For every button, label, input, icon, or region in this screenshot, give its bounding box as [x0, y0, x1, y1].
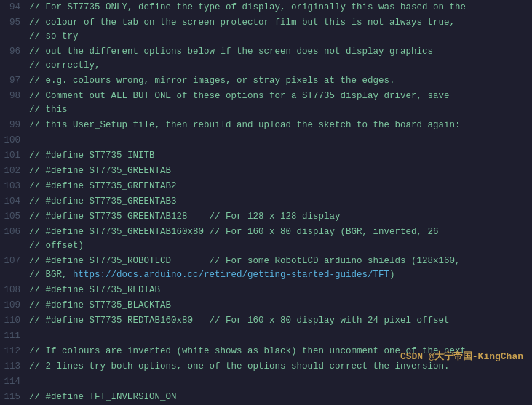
- line-number: 110: [0, 313, 26, 329]
- code-row: 103// #define ST7735_GREENTAB2: [0, 179, 532, 194]
- line-content: // #define ST7735_GREENTAB160x80 // For …: [26, 225, 532, 254]
- code-row: 105// #define ST7735_GREENTAB128 // For …: [0, 209, 532, 225]
- line-number: 103: [0, 179, 26, 194]
- line-number: 102: [0, 164, 26, 179]
- line-number: 104: [0, 194, 26, 209]
- line-content: // out the different options below if th…: [26, 44, 532, 73]
- line-number: 114: [0, 374, 26, 390]
- line-content: // e.g. colours wrong, mirror images, or…: [26, 73, 532, 89]
- line-number: 111: [0, 329, 26, 344]
- line-content: // #define ST7735_GREENTAB3: [26, 194, 532, 209]
- line-content: // this User_Setup file, then rebuild an…: [26, 118, 532, 133]
- line-content: // If colours are inverted (white shows …: [26, 344, 532, 359]
- code-editor: 94// For ST7735 ONLY, define the type of…: [0, 0, 532, 405]
- line-number: 96: [0, 44, 26, 60]
- line-content: // #define ST7735_REDTAB160x80 // For 16…: [26, 313, 532, 329]
- line-number: 101: [0, 148, 26, 164]
- line-content: [26, 133, 532, 135]
- line-number: 97: [0, 73, 26, 89]
- line-content: // 2 lines try both options, one of the …: [26, 359, 532, 374]
- line-content: // #define ST7735_INITB: [26, 148, 532, 164]
- line-content: // #define TFT_INVERSION_ON: [26, 390, 532, 405]
- code-row: 100: [0, 133, 532, 148]
- line-number: 95: [0, 15, 26, 31]
- code-row: 98// Comment out ALL BUT ONE of these op…: [0, 89, 532, 118]
- code-row: 101// #define ST7735_INITB: [0, 148, 532, 164]
- code-row: 97// e.g. colours wrong, mirror images, …: [0, 73, 532, 89]
- line-number: 100: [0, 133, 26, 148]
- line-number: 98: [0, 89, 26, 104]
- line-number: 94: [0, 0, 26, 15]
- line-number: 113: [0, 359, 26, 374]
- code-row: 102// #define ST7735_GREENTAB: [0, 164, 532, 179]
- line-content: // Comment out ALL BUT ONE of these opti…: [26, 89, 532, 118]
- code-row: 111: [0, 329, 532, 344]
- line-number: 107: [0, 254, 26, 269]
- line-content: // #define ST7735_REDTAB: [26, 283, 532, 298]
- code-row: 99// this User_Setup file, then rebuild …: [0, 118, 532, 133]
- code-row: 104// #define ST7735_GREENTAB3: [0, 194, 532, 209]
- code-row: 112// If colours are inverted (white sho…: [0, 344, 532, 359]
- code-row: 113// 2 lines try both options, one of t…: [0, 359, 532, 374]
- code-row: 114: [0, 374, 532, 390]
- line-content: // colour of the tab on the screen prote…: [26, 15, 532, 44]
- line-content: // #define ST7735_GREENTAB: [26, 164, 532, 179]
- code-row: 110// #define ST7735_REDTAB160x80 // For…: [0, 313, 532, 329]
- line-content: [26, 374, 532, 376]
- line-content: // #define ST7735_GREENTAB2: [26, 179, 532, 194]
- line-content: [26, 329, 532, 330]
- line-content: // #define ST7735_GREENTAB128 // For 128…: [26, 209, 532, 225]
- line-number: 109: [0, 298, 26, 313]
- code-row: 107// #define ST7735_ROBOTLCD // For som…: [0, 254, 532, 283]
- code-row: 96// out the different options below if …: [0, 44, 532, 73]
- line-number: 105: [0, 209, 26, 225]
- line-number: 108: [0, 283, 26, 298]
- line-number: 106: [0, 225, 26, 240]
- code-row: 115// #define TFT_INVERSION_ON: [0, 390, 532, 405]
- code-row: 108// #define ST7735_REDTAB: [0, 283, 532, 298]
- line-number: 115: [0, 390, 26, 405]
- code-row: 95// colour of the tab on the screen pro…: [0, 15, 532, 44]
- line-content: // For ST7735 ONLY, define the type of d…: [26, 0, 532, 15]
- line-number: 99: [0, 118, 26, 133]
- code-row: 106// #define ST7735_GREENTAB160x80 // F…: [0, 225, 532, 254]
- hyperlink[interactable]: https://docs.arduino.cc/retired/getting-…: [73, 270, 389, 280]
- code-row: 109// #define ST7735_BLACKTAB: [0, 298, 532, 313]
- line-content: // #define ST7735_ROBOTLCD // For some R…: [26, 254, 532, 283]
- code-row: 94// For ST7735 ONLY, define the type of…: [0, 0, 532, 15]
- line-number: 112: [0, 344, 26, 359]
- line-content: // #define ST7735_BLACKTAB: [26, 298, 532, 313]
